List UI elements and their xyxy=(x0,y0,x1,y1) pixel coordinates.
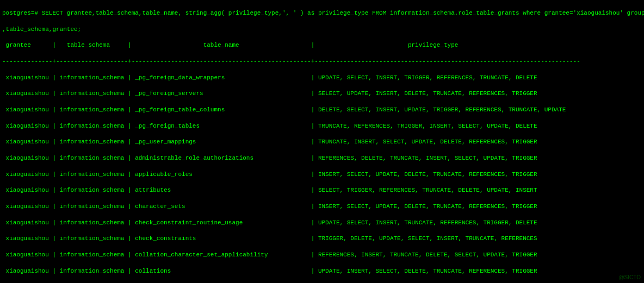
terminal-line: xiaoguaishou | information_schema | _pg_… xyxy=(2,122,642,130)
terminal-window: postgres=# SELECT grantee,table_schema,t… xyxy=(0,0,644,283)
watermark: @SICTO xyxy=(618,274,641,281)
terminal-line: xiaoguaishou | information_schema | admi… xyxy=(2,154,642,162)
terminal-line: xiaoguaishou | information_schema | chec… xyxy=(2,219,642,227)
terminal-line: --------------+--------------------+----… xyxy=(2,58,642,66)
terminal-line: xiaoguaishou | information_schema | _pg_… xyxy=(2,90,642,98)
terminal-line: xiaoguaishou | information_schema | char… xyxy=(2,203,642,211)
terminal-line: grantee | table_schema | table_name | pr… xyxy=(2,41,642,49)
terminal-line: xiaoguaishou | information_schema | appl… xyxy=(2,171,642,179)
terminal-line: ,table_schema,grantee; xyxy=(2,26,642,34)
terminal-line: xiaoguaishou | information_schema | _pg_… xyxy=(2,106,642,114)
terminal-line: xiaoguaishou | information_schema | _pg_… xyxy=(2,138,642,146)
terminal-line: xiaoguaishou | information_schema | coll… xyxy=(2,251,642,259)
terminal-line: xiaoguaishou | information_schema | _pg_… xyxy=(2,74,642,82)
terminal-line: xiaoguaishou | information_schema | coll… xyxy=(2,267,642,275)
terminal-line: xiaoguaishou | information_schema | attr… xyxy=(2,186,642,194)
terminal-line: xiaoguaishou | information_schema | chec… xyxy=(2,235,642,243)
terminal-line: postgres=# SELECT grantee,table_schema,t… xyxy=(2,9,642,17)
